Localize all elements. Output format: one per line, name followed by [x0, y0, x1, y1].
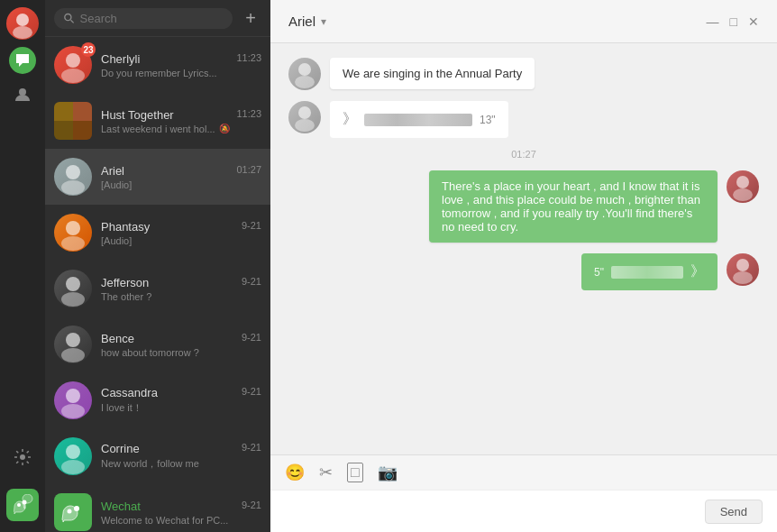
chat-preview: [Audio]	[101, 235, 261, 246]
svg-point-6	[65, 14, 71, 21]
chat-title: Ariel ▾	[288, 14, 326, 29]
chat-info: Corrine 9-21 New world，follow me	[101, 442, 261, 471]
avatar	[54, 102, 92, 140]
unread-badge: 23	[81, 42, 96, 57]
send-button[interactable]: Send	[705, 500, 763, 524]
add-contact-button[interactable]: +	[240, 7, 261, 29]
svg-point-2	[19, 88, 26, 96]
input-area: Send	[270, 490, 777, 532]
chat-time: 01:27	[236, 164, 261, 178]
chat-time: 11:23	[236, 108, 261, 122]
search-icon	[63, 12, 75, 24]
chat-list-item[interactable]: 23 Cherlyli 11:23 Do you remember Lyrics…	[45, 37, 270, 93]
contact-name: Phantasy 9-21	[101, 220, 261, 234]
svg-point-20	[66, 445, 80, 459]
search-bar: +	[45, 0, 270, 37]
chat-info: Cherlyli 11:23 Do you remember Lyrics...	[101, 52, 261, 78]
svg-point-21	[61, 460, 85, 474]
chat-info: Hust Together 11:23 Last weekend i went …	[101, 108, 261, 134]
chat-list-item[interactable]: Wechat 9-21 Welcome to Wechat for PC...	[45, 484, 270, 532]
avatar	[54, 270, 92, 307]
search-input[interactable]	[80, 12, 224, 25]
scissors-icon[interactable]: ✂	[319, 463, 333, 482]
svg-point-25	[295, 76, 315, 88]
text-bubble: We are singing in the Annual Party	[330, 58, 535, 89]
chat-time: 9-21	[242, 386, 261, 399]
messages-area: We are singing in the Annual Party 》 13"…	[270, 43, 777, 454]
chat-list-item[interactable]: Cassandra 9-21 I love it！	[45, 372, 270, 428]
avatar: 23	[54, 46, 92, 84]
svg-point-26	[298, 106, 311, 119]
svg-point-19	[61, 404, 85, 418]
chat-preview: The other ?	[101, 291, 261, 302]
audio-duration: 13"	[480, 114, 496, 126]
avatar	[727, 253, 759, 286]
message-row: 》 13"	[288, 101, 759, 138]
avatar	[54, 326, 92, 363]
wechat-bottom-icon[interactable]	[6, 489, 39, 521]
svg-point-0	[16, 14, 29, 26]
contacts-nav-icon[interactable]	[9, 81, 36, 108]
chat-preview: Last weekend i went hol... 🔕	[101, 124, 261, 134]
avatar	[54, 381, 92, 419]
chat-toolbar: 😊 ✂ □ 📷	[270, 454, 777, 490]
settings-nav-icon[interactable]	[9, 444, 36, 471]
svg-point-28	[736, 176, 749, 188]
chat-list-item[interactable]: Jefferson 9-21 The other ?	[45, 261, 270, 316]
maximize-button[interactable]: □	[730, 14, 737, 29]
svg-point-11	[61, 180, 85, 195]
minimize-button[interactable]: —	[707, 14, 719, 29]
avatar	[288, 101, 321, 133]
chat-list-item[interactable]: Ariel 01:27 [Audio]	[45, 149, 270, 205]
chat-info: Wechat 9-21 Welcome to Wechat for PC...	[101, 500, 261, 526]
chevron-down-icon[interactable]: ▾	[321, 15, 326, 28]
chat-list-item[interactable]: Hust Together 11:23 Last weekend i went …	[45, 93, 270, 149]
contact-name: Cherlyli 11:23	[101, 52, 261, 66]
svg-point-3	[20, 454, 25, 460]
svg-point-12	[66, 221, 80, 235]
chat-list-column: + 23 Cherlyli 11:23 Do you remember Lyri…	[45, 0, 270, 532]
svg-point-13	[61, 236, 85, 251]
chat-header: Ariel ▾ — □ ✕	[270, 0, 777, 43]
avatar	[54, 214, 92, 252]
chat-preview: I love it！	[101, 401, 261, 415]
video-icon[interactable]: 📷	[378, 463, 398, 482]
contact-name: Corrine 9-21	[101, 442, 261, 455]
user-avatar[interactable]	[6, 7, 39, 40]
emoji-icon[interactable]: 😊	[285, 463, 305, 482]
close-button[interactable]: ✕	[748, 14, 759, 29]
screenshot-icon[interactable]: □	[347, 463, 363, 482]
contact-name: Wechat 9-21	[101, 500, 261, 513]
sound-icon-right: 》	[690, 262, 705, 281]
timestamp: 01:27	[288, 149, 759, 160]
chat-list-item[interactable]: Bence 9-21 how about tomorrow ?	[45, 316, 270, 372]
chat-time: 11:23	[236, 52, 261, 66]
avatar	[288, 58, 321, 90]
message-row: There's a place in your heart , and I kn…	[288, 170, 759, 243]
audio-bubble[interactable]: 》 13"	[330, 101, 508, 138]
svg-point-27	[295, 119, 315, 132]
contact-name: Cassandra 9-21	[101, 386, 261, 399]
svg-point-30	[736, 259, 749, 271]
svg-point-24	[298, 63, 311, 76]
search-input-wrap[interactable]	[54, 8, 233, 29]
chat-time: 9-21	[242, 500, 261, 513]
chat-list-item[interactable]: Corrine 9-21 New world，follow me	[45, 428, 270, 484]
svg-point-17	[61, 348, 85, 362]
messages-nav-icon[interactable]	[9, 47, 36, 74]
svg-point-9	[61, 69, 85, 83]
chat-list: 23 Cherlyli 11:23 Do you remember Lyrics…	[45, 37, 270, 532]
chat-info: Ariel 01:27 [Audio]	[101, 164, 261, 190]
chat-list-item[interactable]: Phantasy 9-21 [Audio]	[45, 205, 270, 261]
audio-bubble-sent[interactable]: 5" 》	[581, 253, 718, 290]
svg-line-7	[71, 20, 74, 23]
svg-point-16	[66, 333, 80, 347]
message-input[interactable]	[285, 498, 705, 525]
contact-name: Ariel 01:27	[101, 164, 261, 178]
audio-duration-sent: 5"	[594, 266, 604, 279]
avatar	[727, 170, 759, 203]
svg-point-15	[61, 292, 85, 307]
chat-info: Bence 9-21 how about tomorrow ?	[101, 332, 261, 358]
chat-time: 9-21	[242, 442, 261, 455]
chat-time: 9-21	[242, 332, 261, 345]
